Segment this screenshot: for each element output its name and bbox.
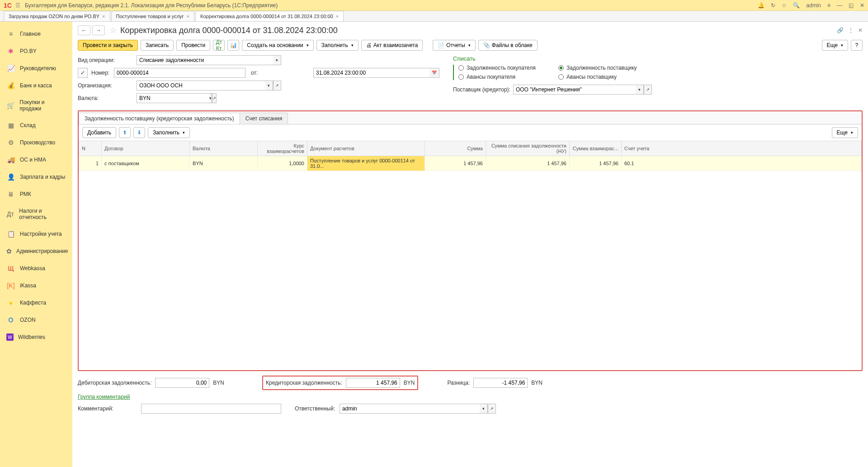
sidebar-item-assets[interactable]: 🚚ОС и НМА xyxy=(0,151,72,168)
files-button[interactable]: 📎 Файлы в облаке xyxy=(478,40,538,51)
move-down-button[interactable]: ⬇ xyxy=(133,127,145,138)
tab-label: Поступление товаров и услуг xyxy=(116,14,184,19)
sidebar-item-kaffesta[interactable]: ●Каффеста xyxy=(0,294,72,311)
radio-customer-advance[interactable]: Авансы покупателя xyxy=(458,74,552,80)
fill-button[interactable]: Заполнить▾ xyxy=(316,40,359,51)
radio-supplier-advance[interactable]: Авансы поставщику xyxy=(558,74,652,80)
page-close-icon[interactable]: ✕ xyxy=(858,27,863,33)
dtkt-button[interactable]: ДтКт xyxy=(213,40,225,51)
col-doc[interactable]: Документ расчетов xyxy=(307,141,425,156)
currency-input[interactable] xyxy=(137,93,209,103)
responsible-input[interactable] xyxy=(340,404,480,414)
col-rate[interactable]: Курс взаиморасчетов xyxy=(258,141,307,156)
tab-close-icon[interactable]: × xyxy=(187,14,189,19)
write-button[interactable]: Записать xyxy=(141,40,174,51)
table-fill-button[interactable]: Заполнить▾ xyxy=(148,127,190,138)
col-currency[interactable]: Валюта xyxy=(190,141,258,156)
sidebar-item-settings[interactable]: 📋Настройки учета xyxy=(0,225,72,243)
sidebar-item-wildberries[interactable]: WWildberries xyxy=(0,329,72,346)
sidebar-item-production[interactable]: ⚙Производство xyxy=(0,134,72,151)
print-button[interactable]: 📊 xyxy=(227,40,239,51)
tab-creditor-debt[interactable]: Задолженность поставщику (кредиторская з… xyxy=(79,113,240,124)
table-more-button[interactable]: Еще▾ xyxy=(832,127,858,138)
link-icon[interactable]: 🔗 xyxy=(837,27,844,33)
tab-debt-correction[interactable]: Корректировка долга 0000-000014 от 31.08… xyxy=(195,11,344,21)
minimize-icon[interactable]: — xyxy=(837,2,842,9)
dropdown-icon[interactable]: ▾ xyxy=(273,55,281,65)
more-button[interactable]: Еще▾ xyxy=(822,40,848,51)
sidebar-item-ikassa[interactable]: [K]iKassa xyxy=(0,277,72,294)
col-contract[interactable]: Договор xyxy=(102,141,190,156)
tab-label: Корректировка долга 0000-000014 от 31.08… xyxy=(200,14,333,19)
user-label[interactable]: admin xyxy=(806,2,821,9)
currency-label: Валюта: xyxy=(78,95,137,101)
tab-ozon-load[interactable]: Загрузка продаж OZON по дням PO.BY × xyxy=(4,11,110,21)
sidebar-item-taxes[interactable]: ДтНалоги и отчетность xyxy=(0,203,72,225)
reports-button[interactable]: 📄 Отчеты▾ xyxy=(433,40,475,51)
create-based-button[interactable]: Создать на основании▾ xyxy=(242,40,314,51)
sidebar-item-manager[interactable]: 📈Руководителю xyxy=(0,60,72,77)
supplier-input[interactable] xyxy=(513,85,636,95)
settings-icon[interactable]: ≡ xyxy=(827,2,830,9)
operation-input[interactable] xyxy=(137,55,273,65)
post-button[interactable]: Провести xyxy=(176,40,210,51)
calendar-icon[interactable]: 📅 xyxy=(429,68,439,78)
sidebar-item-warehouse[interactable]: ▦Склад xyxy=(0,117,72,134)
search-icon[interactable]: 🔍 xyxy=(793,2,800,9)
history-icon[interactable]: ↻ xyxy=(771,2,775,9)
comment-input[interactable] xyxy=(141,404,281,414)
add-row-button[interactable]: Добавить xyxy=(82,127,116,138)
tab-close-icon[interactable]: × xyxy=(336,14,339,19)
sidebar-item-label: РМК xyxy=(20,191,31,197)
tab-goods-receipt[interactable]: Поступление товаров и услуг × xyxy=(111,11,195,21)
restore-icon[interactable]: ◱ xyxy=(849,2,854,9)
dropdown-icon[interactable]: ▾ xyxy=(480,404,488,414)
sidebar-item-ozon[interactable]: OOZON xyxy=(0,311,72,329)
tab-close-icon[interactable]: × xyxy=(102,14,105,19)
sidebar-item-rmk[interactable]: 🖥РМК xyxy=(0,186,72,203)
open-icon[interactable]: ↗ xyxy=(273,81,281,91)
sidebar-item-label: Администрирование xyxy=(16,248,68,254)
tab-writeoff-account[interactable]: Счет списания xyxy=(240,113,288,124)
favorite-icon[interactable]: ☆ xyxy=(109,25,117,35)
radio-customer-debt[interactable]: Задолженность покупателя xyxy=(458,65,552,71)
hamburger-icon[interactable]: ☰ xyxy=(15,2,20,9)
col-sum-mutual[interactable]: Сумма взаиморас... xyxy=(570,141,622,156)
date-input[interactable] xyxy=(313,68,429,78)
col-account[interactable]: Счет учета xyxy=(622,141,862,156)
sidebar-item-poby[interactable]: ✱PO.BY xyxy=(0,43,72,60)
help-button[interactable]: ? xyxy=(851,40,863,51)
radio-supplier-debt[interactable]: Задолженность поставщику xyxy=(558,65,652,71)
nav-forward-button[interactable]: → xyxy=(92,25,105,35)
sidebar-item-admin[interactable]: ✿Администрирование xyxy=(0,243,72,260)
col-n[interactable]: N xyxy=(79,141,102,156)
kebab-icon[interactable]: ⋮ xyxy=(848,27,854,33)
col-sum[interactable]: Сумма xyxy=(425,141,486,156)
sidebar-item-hr[interactable]: 👤Зарплата и кадры xyxy=(0,168,72,186)
sidebar-item-bank[interactable]: 💰Банк и касса xyxy=(0,77,72,94)
dropdown-icon[interactable]: ▾ xyxy=(636,85,644,95)
comment-label: Комментарий: xyxy=(78,405,137,412)
close-icon[interactable]: ✕ xyxy=(860,2,864,9)
cell-doc[interactable]: Поступление товаров и услуг 0000-000114 … xyxy=(307,156,425,171)
nav-back-button[interactable]: ← xyxy=(78,25,90,35)
number-input[interactable] xyxy=(114,68,245,78)
open-icon[interactable]: ↗ xyxy=(212,93,217,103)
dropdown-icon[interactable]: ▾ xyxy=(265,81,273,91)
open-icon[interactable]: ↗ xyxy=(488,404,496,414)
org-input[interactable] xyxy=(137,81,265,91)
comments-group-link[interactable]: Группа комментарий xyxy=(72,392,868,402)
sidebar-item-main[interactable]: ≡Главное xyxy=(0,25,72,43)
table-row[interactable]: 1 с поставщиком BYN 1,0000 Поступление т… xyxy=(79,156,862,171)
post-and-close-button[interactable]: Провести и закрыть xyxy=(78,40,138,51)
star-icon[interactable]: ☆ xyxy=(782,2,787,9)
move-up-button[interactable]: ⬆ xyxy=(119,127,131,138)
posted-icon: ✓ xyxy=(78,68,88,78)
col-sum-nu[interactable]: Сумма списания задолженности (НУ) xyxy=(486,141,570,156)
offset-act-button[interactable]: 🖨 Акт взаимозачета xyxy=(361,40,423,51)
open-icon[interactable]: ↗ xyxy=(644,85,652,95)
sidebar-item-sales[interactable]: 🛒Покупки и продажи xyxy=(0,94,72,117)
sidebar-item-webkassa[interactable]: ЩWebkassa xyxy=(0,260,72,277)
sidebar-item-label: Налоги и отчетность xyxy=(19,208,66,220)
bell-icon[interactable]: 🔔 xyxy=(758,2,764,9)
